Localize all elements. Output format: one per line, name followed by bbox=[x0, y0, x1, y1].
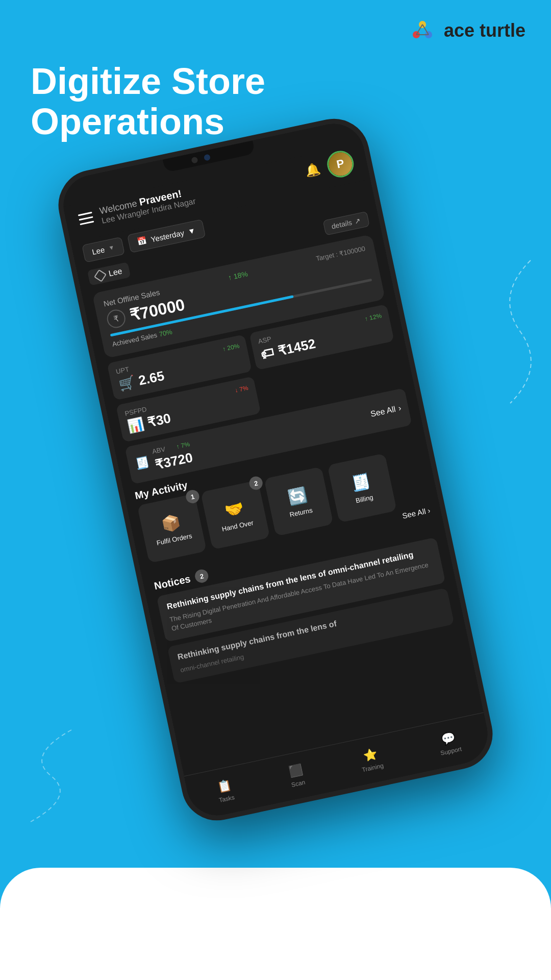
billing-icon: 🧾 bbox=[350, 472, 372, 493]
chevron-down-icon: ▼ bbox=[108, 243, 115, 252]
brand-selector[interactable]: Lee bbox=[87, 262, 131, 285]
scan-label: Scan bbox=[291, 778, 306, 788]
brand-tag-icon bbox=[94, 270, 107, 282]
returns-icon: 🔄 bbox=[286, 485, 308, 506]
psfpd-change: ↓ 7% bbox=[234, 384, 249, 394]
handover-icon: 🤝 bbox=[223, 499, 245, 520]
details-label: details bbox=[331, 218, 353, 231]
notification-bell-icon[interactable]: 🔔 bbox=[304, 161, 321, 179]
nav-training[interactable]: ⭐ Training bbox=[358, 746, 384, 773]
abv-see-all-button[interactable]: See All › bbox=[370, 403, 403, 419]
receipt-icon: 🧾 bbox=[134, 455, 151, 471]
rupee-circle-icon: ₹ bbox=[105, 308, 127, 330]
abv-change: ↑ 7% bbox=[176, 440, 190, 450]
fulfil-icon: 📦 bbox=[160, 512, 182, 533]
external-link-icon: ↗ bbox=[354, 216, 362, 226]
support-icon: 💬 bbox=[440, 731, 457, 747]
abv-left: 🧾 ABV ↑ 7% ₹3720 bbox=[133, 440, 194, 477]
upt-change: ↑ 20% bbox=[222, 342, 240, 353]
sales-change: ↑ 18% bbox=[228, 270, 248, 282]
activity-item-billing[interactable]: 🧾 Billing bbox=[327, 453, 396, 523]
logo-text: ace turtle bbox=[444, 20, 525, 41]
returns-label: Returns bbox=[289, 506, 313, 518]
asp-change: ↑ 12% bbox=[364, 312, 383, 323]
tasks-icon: 📋 bbox=[216, 778, 232, 794]
support-label: Support bbox=[440, 745, 462, 756]
training-label: Training bbox=[361, 762, 384, 774]
date-filter-label: Yesterday bbox=[150, 228, 185, 243]
details-button[interactable]: details ↗ bbox=[322, 211, 370, 236]
handover-label: Hand Over bbox=[221, 519, 254, 533]
activity-chevron-right-icon: › bbox=[427, 506, 431, 515]
brand-filter-label: Lee bbox=[91, 245, 106, 256]
tag-price-icon: 🏷 bbox=[259, 345, 276, 363]
chevron-right-icon: › bbox=[397, 403, 402, 413]
notices-count-badge: 2 bbox=[194, 568, 210, 584]
nav-tasks[interactable]: 📋 Tasks bbox=[215, 778, 235, 804]
user-avatar[interactable]: P bbox=[324, 149, 356, 180]
fulfil-label: Fulfil Orders bbox=[156, 532, 192, 547]
date-chevron-icon: ▼ bbox=[187, 226, 196, 236]
page-headline: Digitize Store Operations bbox=[31, 61, 388, 142]
grid-icon: 📊 bbox=[126, 416, 145, 435]
nav-scan[interactable]: ⬛ Scan bbox=[287, 763, 306, 789]
calendar-icon: 📅 bbox=[137, 236, 148, 247]
brand-filter-button[interactable]: Lee ▼ bbox=[82, 236, 124, 262]
training-icon: ⭐ bbox=[362, 747, 379, 763]
billing-label: Billing bbox=[355, 493, 374, 504]
activity-item-fulfil[interactable]: 1 📦 Fulfil Orders bbox=[137, 494, 207, 563]
nav-support[interactable]: 💬 Support bbox=[437, 730, 462, 757]
cart-icon: 🛒 bbox=[117, 374, 137, 393]
hamburger-button[interactable] bbox=[78, 211, 94, 225]
logo-area: ace turtle bbox=[407, 15, 525, 46]
activity-item-handover[interactable]: 2 🤝 Hand Over bbox=[201, 480, 270, 550]
tasks-label: Tasks bbox=[218, 794, 235, 804]
scan-icon: ⬛ bbox=[288, 763, 304, 779]
activity-item-returns[interactable]: 🔄 Returns bbox=[264, 467, 333, 536]
abv-info: ABV ↑ 7% ₹3720 bbox=[152, 440, 194, 473]
brand-name-label: Lee bbox=[108, 266, 123, 278]
achieved-pct: 70% bbox=[158, 328, 173, 338]
notices-title: Notices bbox=[153, 573, 191, 592]
